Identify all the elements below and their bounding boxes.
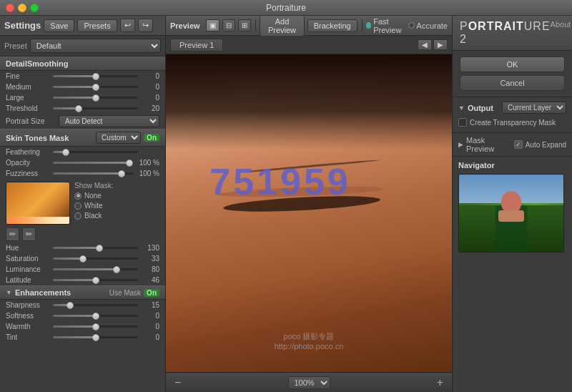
mask-collapse-icon[interactable]: ▶ — [458, 141, 463, 148]
single-view-button[interactable]: ▣ — [206, 19, 220, 31]
hue-slider-row: Hue 130 — [0, 242, 165, 253]
fast-preview-label: Fast Preview — [373, 17, 405, 34]
mask-none-dot[interactable] — [74, 192, 82, 200]
zoom-select[interactable]: 100% 50% 200% Fit — [288, 376, 330, 389]
navigator-section: Navigator — [453, 157, 572, 392]
undo-button[interactable]: ↩ — [120, 19, 135, 32]
mask-preview-section: ▶ Mask Preview ✓ Auto Expand — [453, 133, 572, 157]
skin-custom-select[interactable]: Custom — [96, 132, 141, 144]
face-background: 751959 poco 摄影专题 http://photo.poco.cn — [166, 54, 452, 372]
eyedropper-button[interactable]: ✏ — [6, 227, 19, 241]
saturation-track[interactable] — [53, 258, 138, 260]
preset-row: Preset Default Subtle Moderate Heavy — [0, 36, 165, 57]
luminance-value: 80 — [141, 265, 159, 273]
auto-expand-label: Auto Expand — [526, 141, 566, 149]
settings-toolbar: Settings Save Presets ↩ ↪ — [0, 16, 165, 36]
accurate-label: Accurate — [417, 21, 448, 30]
redo-button[interactable]: ↪ — [138, 19, 153, 32]
about-link[interactable]: About — [551, 20, 571, 29]
overlay-number: 751959 — [209, 160, 351, 203]
large-label: Large — [6, 94, 50, 102]
medium-slider-row: Medium 0 — [0, 82, 165, 92]
latitude-track[interactable] — [53, 279, 138, 281]
large-track[interactable] — [53, 97, 138, 99]
tint-track[interactable] — [53, 336, 138, 338]
saturation-slider-row: Saturation 33 — [0, 253, 165, 264]
preview-tab-1[interactable]: Preview 1 — [170, 39, 223, 52]
side-view-button[interactable]: ⊞ — [238, 19, 251, 31]
eyedropper2-button[interactable]: ✏ — [22, 227, 36, 241]
threshold-track[interactable] — [53, 107, 138, 109]
watermark: poco 摄影专题 http://photo.poco.cn — [275, 331, 344, 351]
traffic-lights — [6, 4, 39, 12]
preview-label: Preview — [170, 21, 200, 30]
maximize-button[interactable] — [30, 4, 39, 12]
medium-track[interactable] — [53, 86, 138, 88]
accurate-radio[interactable]: Accurate — [408, 21, 448, 30]
mask-white-radio[interactable]: White — [74, 202, 113, 210]
create-transparency-checkbox[interactable] — [458, 118, 467, 127]
enh-title: Enhancements — [15, 288, 107, 297]
output-layer-select[interactable]: Current Layer New Layer — [502, 102, 566, 114]
softness-slider-row: Softness 0 — [0, 310, 165, 321]
minimize-button[interactable] — [18, 4, 26, 12]
cancel-button[interactable]: Cancel — [460, 75, 565, 91]
presets-button[interactable]: Presets — [77, 19, 117, 32]
mask-white-dot[interactable] — [74, 202, 82, 210]
zoom-plus-button[interactable]: + — [434, 376, 446, 389]
warmth-track[interactable] — [53, 325, 138, 328]
tab-next-button[interactable]: ▶ — [433, 39, 448, 50]
fuzziness-track[interactable] — [53, 172, 134, 175]
feathering-track[interactable] — [53, 151, 138, 153]
navigator-label: Navigator — [458, 161, 566, 170]
split-view-button[interactable]: ⊟ — [222, 19, 235, 31]
feathering-label: Feathering — [6, 148, 50, 156]
enh-collapse-icon[interactable]: ▼ — [6, 289, 12, 296]
mask-none-radio[interactable]: None — [74, 192, 113, 200]
output-collapse-icon[interactable]: ▼ — [458, 104, 465, 112]
latitude-value: 46 — [141, 276, 159, 284]
mask-none-label: None — [84, 192, 102, 200]
center-panel: Preview ▣ ⊟ ⊞ Add Preview Bracketing Fas… — [166, 16, 452, 392]
zoom-minus-button[interactable]: − — [172, 376, 184, 389]
fine-track[interactable] — [53, 75, 138, 77]
luminance-track[interactable] — [53, 268, 138, 270]
mask-black-dot[interactable] — [74, 212, 82, 220]
portraiture-header: PORTRAITURE 2 About Help — [453, 16, 572, 51]
preset-select[interactable]: Default Subtle Moderate Heavy — [30, 39, 161, 53]
ok-button[interactable]: OK — [460, 57, 565, 72]
toolbar-separator — [255, 19, 256, 32]
softness-track[interactable] — [53, 315, 138, 317]
right-panel: PORTRAITURE 2 About Help OK Cancel ▼ Out… — [452, 16, 572, 392]
show-mask-area: Show Mask: None White Black — [74, 182, 113, 225]
tint-slider-row: Tint 0 — [0, 332, 165, 343]
sharpness-track[interactable] — [53, 304, 138, 306]
navigator-thumbnail — [458, 174, 564, 253]
port-links: About Help — [551, 20, 572, 29]
opacity-track[interactable] — [53, 162, 134, 164]
mask-black-label: Black — [84, 212, 102, 220]
hue-track[interactable] — [53, 247, 138, 249]
ok-cancel-area: OK Cancel — [453, 51, 572, 97]
opacity-label: Opacity — [6, 159, 50, 167]
portrait-size-select[interactable]: Auto Detect Small Medium Large — [59, 115, 159, 127]
accurate-dot[interactable] — [408, 22, 415, 29]
fast-preview-dot[interactable] — [366, 22, 371, 29]
bracketing-button[interactable]: Bracketing — [307, 19, 358, 32]
portrait-size-row: Portrait Size Auto Detect Small Medium L… — [0, 114, 165, 129]
color-gradient[interactable] — [6, 182, 70, 225]
mask-black-radio[interactable]: Black — [74, 212, 113, 220]
portraiture-title: PORTRAITURE 2 — [460, 20, 551, 46]
auto-expand-checkbox[interactable]: ✓ — [514, 140, 523, 149]
add-preview-button[interactable]: Add Preview — [260, 15, 304, 36]
preview-toolbar: Preview ▣ ⊟ ⊞ Add Preview Bracketing Fas… — [166, 16, 452, 36]
tab-prev-button[interactable]: ◀ — [418, 39, 432, 50]
preview-tab-nav: ◀ ▶ — [418, 39, 448, 50]
preview-bottom-bar: − 100% 50% 200% Fit + — [166, 372, 452, 392]
show-mask-label: Show Mask: — [74, 182, 113, 190]
close-button[interactable] — [6, 4, 14, 12]
opacity-value: 100 % — [137, 159, 159, 167]
save-button[interactable]: Save — [44, 19, 74, 32]
fast-preview-radio[interactable]: Fast Preview — [366, 17, 405, 34]
fuzziness-slider-row: Fuzziness 100 % — [0, 168, 165, 179]
